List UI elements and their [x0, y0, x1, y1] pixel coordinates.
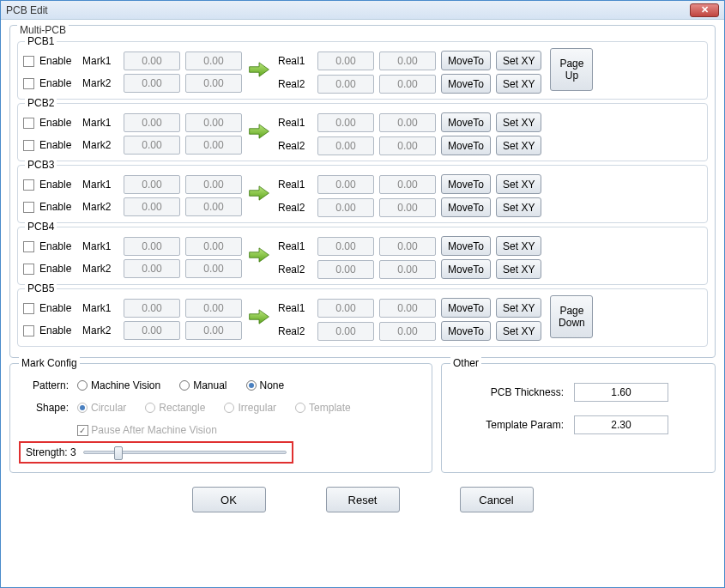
mark2-x-input[interactable]: 0.00	[124, 321, 180, 340]
mark1-y-input[interactable]: 0.00	[185, 52, 242, 70]
ok-button[interactable]: OK	[192, 487, 266, 512]
slider-thumb-icon[interactable]	[114, 446, 123, 460]
pcb-name-label: PCB4	[25, 221, 57, 233]
enable-checkbox[interactable]	[23, 202, 34, 213]
mark1-x-input[interactable]: 0.00	[124, 113, 180, 132]
real1-x-input[interactable]: 0.00	[317, 175, 374, 194]
mark1-y-input[interactable]: 0.00	[185, 113, 242, 132]
shape-label: Shape:	[19, 402, 69, 414]
real2-y-input[interactable]: 0.00	[379, 136, 436, 155]
strength-label: Strength: 3	[26, 446, 76, 458]
real2-x-input[interactable]: 0.00	[317, 136, 374, 155]
setxy-button[interactable]: Set XY	[496, 259, 541, 279]
mark1-y-input[interactable]: 0.00	[185, 175, 242, 194]
setxy-button[interactable]: Set XY	[496, 197, 541, 217]
enable-checkbox[interactable]	[23, 56, 34, 67]
mark2-x-input[interactable]: 0.00	[124, 74, 180, 93]
strength-slider[interactable]	[83, 451, 287, 454]
pcb-block: PCB4 Enable Mark1 0.00 0.00 Enable Mark2…	[17, 227, 708, 285]
enable-checkbox[interactable]	[23, 241, 34, 252]
mark1-x-input[interactable]: 0.00	[124, 175, 180, 194]
page-down-button[interactable]: PageDown	[550, 295, 593, 338]
moveto-button[interactable]: MoveTo	[441, 321, 491, 341]
real2-x-input[interactable]: 0.00	[317, 198, 374, 217]
reset-button[interactable]: Reset	[326, 487, 400, 512]
titlebar: PCB Edit ✕	[1, 1, 724, 20]
enable-checkbox[interactable]	[23, 179, 34, 191]
pcb-edit-window: PCB Edit ✕ Multi-PCB PCB1 Enable Mark1 0…	[0, 0, 725, 588]
mark1-y-input[interactable]: 0.00	[185, 237, 242, 256]
mark2-y-input[interactable]: 0.00	[185, 74, 242, 93]
mark2-x-input[interactable]: 0.00	[124, 197, 180, 216]
other-group: Other PCB Thickness: 1.60 Template Param…	[441, 363, 716, 473]
real1-x-input[interactable]: 0.00	[317, 237, 374, 256]
enable-checkbox[interactable]	[23, 264, 34, 275]
real2-y-input[interactable]: 0.00	[379, 322, 436, 341]
real1-label: Real1	[278, 302, 312, 314]
enable-checkbox[interactable]	[23, 303, 34, 314]
page-up-button[interactable]: PageUp	[550, 48, 593, 91]
real1-y-input[interactable]: 0.00	[379, 299, 436, 318]
enable-checkbox[interactable]	[23, 325, 34, 336]
mark2-y-input[interactable]: 0.00	[185, 197, 242, 216]
cancel-button[interactable]: Cancel	[460, 487, 534, 512]
real2-label: Real2	[278, 325, 312, 337]
setxy-button[interactable]: Set XY	[496, 298, 541, 318]
close-button[interactable]: ✕	[690, 3, 719, 17]
setxy-button[interactable]: Set XY	[496, 51, 541, 70]
real2-y-input[interactable]: 0.00	[379, 75, 436, 94]
moveto-button[interactable]: MoveTo	[441, 197, 491, 217]
moveto-button[interactable]: MoveTo	[441, 236, 491, 256]
mark1-y-input[interactable]: 0.00	[185, 299, 242, 318]
setxy-button[interactable]: Set XY	[496, 174, 541, 194]
pcb-thickness-input[interactable]: 1.60	[574, 383, 668, 402]
pattern-option-manual[interactable]: Manual	[179, 379, 227, 391]
real2-label: Real2	[278, 140, 312, 152]
moveto-button[interactable]: MoveTo	[441, 112, 491, 132]
real2-y-input[interactable]: 0.00	[379, 198, 436, 217]
mark2-y-input[interactable]: 0.00	[185, 136, 242, 155]
real2-x-input[interactable]: 0.00	[317, 75, 374, 94]
moveto-button[interactable]: MoveTo	[441, 174, 491, 194]
mark1-x-input[interactable]: 0.00	[124, 237, 180, 256]
setxy-button[interactable]: Set XY	[496, 74, 541, 94]
template-param-input[interactable]: 2.30	[574, 415, 668, 434]
shape-option-template: Template	[295, 402, 351, 414]
pattern-option-mv[interactable]: Machine Vision	[77, 379, 160, 391]
moveto-button[interactable]: MoveTo	[441, 51, 491, 70]
setxy-button[interactable]: Set XY	[496, 112, 541, 132]
real1-x-input[interactable]: 0.00	[317, 299, 374, 318]
real2-label: Real2	[278, 78, 312, 90]
real2-y-input[interactable]: 0.00	[379, 260, 436, 279]
enable-checkbox[interactable]	[23, 78, 34, 89]
moveto-button[interactable]: MoveTo	[441, 298, 491, 318]
pattern-option-none[interactable]: None	[246, 379, 285, 391]
moveto-button[interactable]: MoveTo	[441, 259, 491, 279]
mark1-x-input[interactable]: 0.00	[124, 299, 180, 318]
real1-x-input[interactable]: 0.00	[317, 52, 374, 70]
mark2-y-input[interactable]: 0.00	[185, 259, 242, 278]
pattern-label: Pattern:	[19, 379, 69, 391]
checkbox-icon	[77, 425, 88, 436]
real1-y-input[interactable]: 0.00	[379, 175, 436, 194]
real2-x-input[interactable]: 0.00	[317, 260, 374, 279]
multi-pcb-label: Multi-PCB	[17, 24, 69, 36]
real1-y-input[interactable]: 0.00	[379, 237, 436, 256]
setxy-button[interactable]: Set XY	[496, 321, 541, 341]
moveto-button[interactable]: MoveTo	[441, 136, 491, 155]
setxy-button[interactable]: Set XY	[496, 236, 541, 256]
enable-checkbox[interactable]	[23, 118, 34, 129]
mark2-x-input[interactable]: 0.00	[124, 136, 180, 155]
mark1-x-input[interactable]: 0.00	[124, 52, 180, 70]
moveto-button[interactable]: MoveTo	[441, 74, 491, 94]
real1-x-input[interactable]: 0.00	[317, 113, 374, 132]
mark2-x-input[interactable]: 0.00	[124, 259, 180, 278]
real1-y-input[interactable]: 0.00	[379, 52, 436, 70]
setxy-button[interactable]: Set XY	[496, 136, 541, 155]
mark2-y-input[interactable]: 0.00	[185, 321, 242, 340]
enable-checkbox[interactable]	[23, 140, 34, 151]
pcb-name-label: PCB1	[25, 35, 57, 47]
real1-y-input[interactable]: 0.00	[379, 113, 436, 132]
real2-x-input[interactable]: 0.00	[317, 322, 374, 341]
enable-label: Enable	[39, 117, 77, 129]
